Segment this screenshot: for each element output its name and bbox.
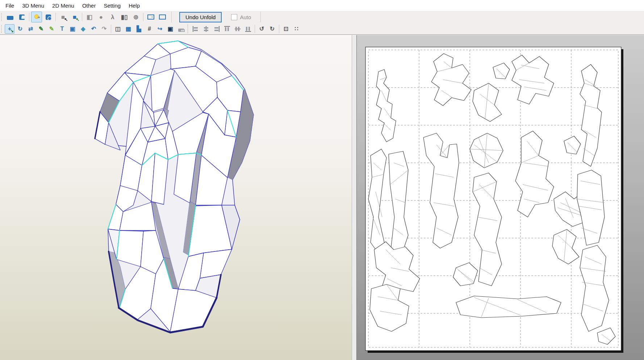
menu-3d-menu[interactable]: 3D Menu: [18, 1, 48, 10]
menu-setting[interactable]: Setting: [100, 1, 125, 10]
auto-checkbox-label: Auto: [240, 14, 251, 20]
align-center-button[interactable]: [201, 24, 211, 34]
auto-arrange-icon: ▙: [135, 25, 143, 33]
select-vertices-button[interactable]: ∷: [292, 24, 301, 34]
toolbar-2d: +↘↻⇄✎✎T▣◈↶↷◫▦▙#↪▣↺↻⊡∷: [0, 23, 644, 35]
toggle-light-icon: [34, 14, 39, 19]
primitive-cylinder-button[interactable]: ●: [96, 12, 106, 22]
save-file-button[interactable]: [16, 12, 27, 22]
edit-fold-lines-icon: ✎: [48, 25, 56, 33]
menubar: File3D Menu2D MenuOtherSettingHelp: [0, 0, 644, 11]
toolbar-main: ■↖■↖◧●λ▮▯⊚ Undo Unfold Auto: [0, 11, 644, 23]
pane-splitter[interactable]: [352, 35, 357, 360]
rotate-left-90-button[interactable]: ↺: [257, 24, 267, 34]
insert-text-button[interactable]: T: [57, 24, 67, 34]
check-layout-button[interactable]: ◫: [113, 24, 123, 34]
export-pages-button[interactable]: ↪: [155, 24, 165, 34]
rotate-piece-icon: ↻: [16, 25, 24, 33]
rotate-right-90-button[interactable]: ↻: [267, 24, 277, 34]
divide-spread-button[interactable]: ⇄: [26, 24, 35, 34]
align-left-button[interactable]: [191, 24, 200, 34]
menu-file[interactable]: File: [1, 1, 18, 10]
edit-fold-lines-button[interactable]: ✎: [47, 24, 57, 34]
toolbar-separator: [279, 25, 279, 33]
select-by-frame-button[interactable]: ⊡: [281, 24, 291, 34]
mirror-model-button[interactable]: ▮▯: [119, 12, 130, 22]
toolbar-2d-items: +↘↻⇄✎✎T▣◈↶↷◫▦▙#↪▣↺↻⊡∷: [4, 24, 302, 34]
rotate-left-90-icon: ↺: [258, 25, 266, 33]
toggle-light-button[interactable]: [31, 12, 42, 22]
select-parts-3d-overlay-icon: ↖: [76, 17, 79, 22]
edit-flaps-button[interactable]: ✎: [36, 24, 46, 34]
select-vertices-icon: ∷: [293, 25, 301, 33]
pattern-piece[interactable]: [456, 296, 561, 318]
rotate-right-90-icon: ↻: [268, 25, 276, 33]
select-parts-3d-button[interactable]: ■↖: [69, 12, 80, 22]
toggle-3d-marks-icon: ◈: [79, 25, 87, 33]
menu-other[interactable]: Other: [78, 1, 100, 10]
align-top-icon: [223, 25, 231, 33]
primitive-cylinder-icon: ●: [97, 13, 105, 21]
3d-model-canvas[interactable]: [0, 35, 352, 360]
rotate-piece-button[interactable]: ↻: [15, 24, 25, 34]
page-numbers-button[interactable]: #: [145, 24, 154, 34]
select-connected-icon: ▦: [125, 25, 133, 33]
menu-2d-menu[interactable]: 2D Menu: [48, 1, 78, 10]
3d-viewport[interactable]: [0, 35, 352, 360]
toolbar-separator: [143, 13, 143, 21]
insert-text-icon: T: [58, 25, 66, 33]
auto-arrange-button[interactable]: ▙: [134, 24, 144, 34]
toggle-3d-marks-button[interactable]: ◈: [78, 24, 88, 34]
insert-image-icon: ▣: [69, 25, 77, 33]
torso-model[interactable]: [95, 41, 254, 333]
menu-help[interactable]: Help: [125, 1, 144, 10]
insert-image-button[interactable]: ▣: [68, 24, 78, 34]
single-pane-layout-button[interactable]: [157, 12, 168, 22]
toolbar-separator: [188, 25, 189, 33]
align-center-icon: [202, 25, 210, 33]
rotate-view-icon: [46, 14, 51, 20]
save-file-icon: [19, 14, 25, 20]
select-connected-button[interactable]: ▦: [124, 24, 133, 34]
check-layout-icon: ◫: [114, 25, 122, 33]
auto-unfold-group: Auto: [231, 14, 251, 20]
undo-button[interactable]: ↶: [89, 24, 99, 34]
align-bottom-button[interactable]: [243, 24, 253, 34]
auto-checkbox[interactable]: [231, 14, 237, 20]
copy-page-image-button[interactable]: ▣: [166, 24, 175, 34]
undo-unfold-button[interactable]: Undo Unfold: [179, 12, 222, 22]
link-3d-2d-icon: ⊚: [132, 13, 140, 21]
two-pane-layout-icon: [147, 14, 154, 20]
toolbar-separator: [171, 12, 172, 22]
edit-model-button[interactable]: ◧: [84, 12, 95, 22]
align-right-button[interactable]: [212, 24, 221, 34]
print-button[interactable]: [176, 24, 186, 34]
toolbar-main-items: ■↖■↖◧●λ▮▯⊚: [4, 12, 175, 22]
rotate-view-button[interactable]: [43, 12, 54, 22]
redo-icon: ↷: [100, 25, 108, 33]
redo-button[interactable]: ↷: [99, 24, 109, 34]
toolbar-grip[interactable]: [1, 13, 3, 21]
2d-viewport[interactable]: [357, 35, 644, 360]
select-mode-3d-button[interactable]: ■↖: [58, 12, 68, 22]
undo-icon: ↶: [90, 25, 98, 33]
select-by-frame-icon: ⊡: [282, 25, 290, 33]
link-3d-2d-button[interactable]: ⊚: [130, 12, 141, 22]
align-top-button[interactable]: [222, 24, 232, 34]
toolbar-grip[interactable]: [1, 25, 3, 33]
open-file-button[interactable]: [5, 12, 16, 22]
select-mode-3d-overlay-icon: ↖: [64, 17, 68, 22]
toolbar-separator: [260, 12, 261, 22]
toolbar-separator: [55, 13, 56, 21]
skeleton-figure-button[interactable]: λ: [107, 12, 118, 22]
align-middle-button[interactable]: [233, 24, 242, 34]
align-bottom-icon: [244, 25, 252, 33]
2d-layout-canvas[interactable]: [357, 35, 644, 360]
move-piece-button[interactable]: +↘: [5, 24, 14, 34]
align-right-icon: [213, 25, 221, 33]
edit-model-icon: ◧: [85, 13, 93, 21]
toolbar-separator: [111, 25, 111, 33]
page-numbers-icon: #: [146, 25, 154, 33]
print-icon: [178, 29, 184, 32]
two-pane-layout-button[interactable]: [145, 12, 156, 22]
